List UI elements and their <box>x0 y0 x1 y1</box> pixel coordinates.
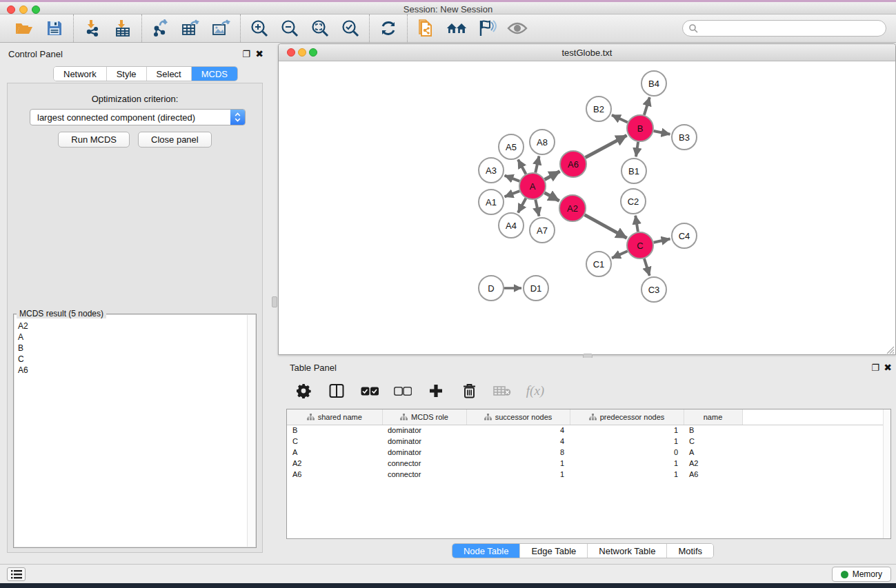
table-cell[interactable]: C <box>287 436 382 447</box>
network-window-titlebar[interactable]: testGlobe.txt <box>279 44 895 61</box>
vertical-splitter-handle[interactable] <box>272 296 277 307</box>
graph-node-C3[interactable]: C3 <box>641 277 666 302</box>
tab-node-table[interactable]: Node Table <box>452 544 521 558</box>
table-row[interactable]: Adominator80A <box>287 447 890 458</box>
flag-icon[interactable] <box>477 18 497 39</box>
close-panel-button[interactable]: Close panel <box>138 132 212 148</box>
home-icon[interactable] <box>446 18 467 39</box>
function-icon[interactable]: f(x) <box>526 382 544 400</box>
graph-node-A[interactable]: A <box>519 173 546 199</box>
table-cell[interactable]: 0 <box>570 447 684 458</box>
zoom-selected-button[interactable] <box>340 18 361 39</box>
table-cell[interactable]: 1 <box>570 425 684 436</box>
optimization-criterion-dropdown[interactable]: largest connected component (directed) <box>30 109 246 125</box>
add-icon[interactable] <box>427 382 445 400</box>
graph-edge-A6-B[interactable] <box>586 135 627 157</box>
tab-style[interactable]: Style <box>107 67 147 81</box>
graph-edge-C-C3[interactable] <box>644 258 650 276</box>
table-cell[interactable]: A6 <box>287 469 382 480</box>
table-cell[interactable]: dominator <box>382 425 466 436</box>
graph-node-A1[interactable]: A1 <box>479 190 504 214</box>
graph-edge-A-A8[interactable] <box>535 156 539 173</box>
column-header-name[interactable]: name <box>684 409 742 425</box>
tab-mcds[interactable]: MCDS <box>192 67 237 81</box>
result-list-item[interactable]: C <box>14 354 255 365</box>
import-table-button[interactable] <box>112 18 133 39</box>
graph-edge-C-C1[interactable] <box>612 251 628 258</box>
table-cell[interactable]: 1 <box>570 458 684 469</box>
delete-icon[interactable] <box>460 382 478 400</box>
table-cell[interactable]: 1 <box>466 458 570 469</box>
table-scrollbar[interactable] <box>883 409 890 538</box>
float-panel-icon[interactable]: ❐ <box>242 50 250 59</box>
export-network-button[interactable] <box>150 18 171 39</box>
gear-icon[interactable] <box>295 382 312 400</box>
result-list-item[interactable]: B <box>14 343 255 354</box>
open-session-button[interactable] <box>14 18 34 39</box>
graph-node-B4[interactable]: B4 <box>641 71 666 96</box>
delete-table-icon[interactable] <box>493 382 511 400</box>
network-canvas[interactable]: B4B2BB3A5A8A6A3B1AA1C2A2A4A7C4CC1C3DD1 <box>279 61 895 354</box>
graph-node-A4[interactable]: A4 <box>499 213 524 238</box>
table-cell[interactable]: dominator <box>382 447 466 458</box>
table-cell[interactable]: connector <box>382 458 466 469</box>
graph-edge-A-A3[interactable] <box>505 176 520 181</box>
table-row[interactable]: Bdominator41B <box>287 425 890 436</box>
table-cell[interactable]: dominator <box>382 436 466 447</box>
graph-edge-B-B1[interactable] <box>636 142 638 156</box>
tab-network[interactable]: Network <box>54 67 107 81</box>
table-cell[interactable]: 4 <box>466 425 570 436</box>
table-cell[interactable]: 8 <box>466 447 570 458</box>
import-network-button[interactable] <box>82 18 103 39</box>
table-row[interactable]: Cdominator41C <box>287 436 890 447</box>
graph-edge-C-C2[interactable] <box>635 216 638 232</box>
table-cell[interactable]: B <box>684 425 742 436</box>
result-list-item[interactable]: A6 <box>14 365 255 376</box>
table-row[interactable]: A2connector11A2 <box>287 458 890 469</box>
result-list-item[interactable]: A <box>14 332 255 343</box>
export-image-button[interactable] <box>211 18 232 39</box>
zoom-fit-button[interactable] <box>310 18 330 39</box>
select-all-icon[interactable] <box>361 382 379 400</box>
export-table-button[interactable] <box>181 18 201 39</box>
resize-grip-icon[interactable] <box>886 345 895 354</box>
run-mcds-button[interactable]: Run MCDS <box>58 132 130 148</box>
graph-edge-A-A1[interactable] <box>505 191 520 196</box>
tab-select[interactable]: Select <box>147 67 192 81</box>
table-cell[interactable]: C <box>684 436 742 447</box>
graph-edge-B-B3[interactable] <box>654 131 670 134</box>
graph-node-C[interactable]: C <box>627 232 653 258</box>
result-scrollbar[interactable] <box>247 315 255 547</box>
table-cell[interactable]: A <box>684 447 742 458</box>
graph-edge-B-B4[interactable] <box>644 97 650 115</box>
graph-node-B[interactable]: B <box>627 115 653 141</box>
graph-node-A5[interactable]: A5 <box>499 134 524 159</box>
table-cell[interactable]: A2 <box>684 458 742 469</box>
close-table-panel-icon[interactable]: ✖ <box>884 363 892 373</box>
table-cell[interactable]: 4 <box>466 436 570 447</box>
graph-edge-A2-C[interactable] <box>585 215 627 239</box>
graph-node-C1[interactable]: C1 <box>586 252 611 276</box>
mcds-result-list[interactable]: A2ABCA6 <box>14 315 255 547</box>
column-header-successor-nodes[interactable]: successor nodes <box>466 409 570 425</box>
search-input[interactable] <box>698 22 886 34</box>
graph-node-A3[interactable]: A3 <box>479 158 504 183</box>
close-panel-icon[interactable]: ✖ <box>255 49 263 59</box>
network-overview-button[interactable] <box>416 18 437 39</box>
table-cell[interactable]: 1 <box>466 469 570 480</box>
zoom-out-button[interactable] <box>279 18 300 39</box>
graph-node-C4[interactable]: C4 <box>672 223 697 248</box>
graph-edge-A-A6[interactable] <box>545 171 560 179</box>
table-cell[interactable]: A6 <box>684 469 742 480</box>
graph-edge-B-B2[interactable] <box>612 115 628 123</box>
graph-node-A7[interactable]: A7 <box>530 218 555 243</box>
tab-network-table[interactable]: Network Table <box>588 544 667 558</box>
result-list-item[interactable]: A2 <box>14 321 255 332</box>
column-header-predecessor-nodes[interactable]: predecessor nodes <box>570 409 684 425</box>
graph-node-A6[interactable]: A6 <box>560 151 586 177</box>
zoom-in-button[interactable] <box>249 18 270 39</box>
graph-edge-A-A2[interactable] <box>545 193 559 201</box>
column-header-MCDS-role[interactable]: MCDS role <box>382 409 466 425</box>
graph-node-A2[interactable]: A2 <box>559 195 586 221</box>
table-cell[interactable]: connector <box>382 469 466 480</box>
